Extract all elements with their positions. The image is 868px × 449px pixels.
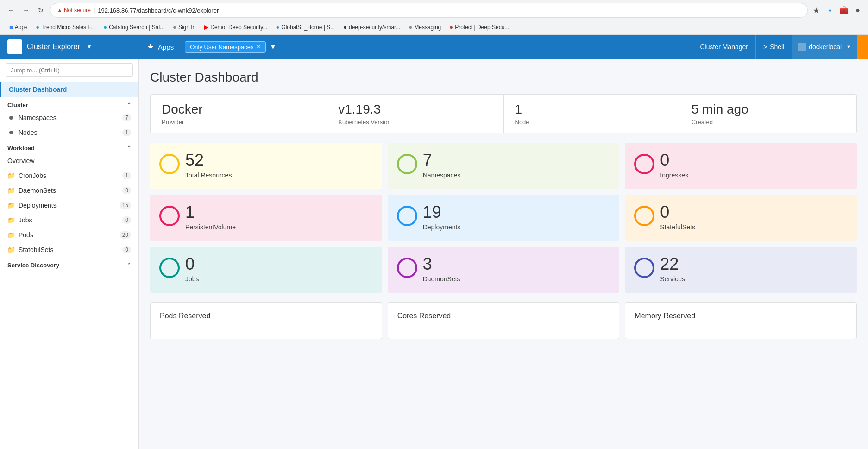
stat-circle-3 (159, 206, 180, 226)
refresh-button[interactable]: ↻ (35, 5, 46, 16)
bookmark-signin[interactable]: ● Sign In (169, 23, 199, 32)
sidebar-item-daemonsets[interactable]: 📁 DaemonSets 0 (0, 183, 138, 198)
browser-chrome: ← → ↻ ▲ Not secure | 192.168.86.77/dashb… (0, 0, 868, 35)
namespace-filter-close[interactable]: ✕ (256, 44, 261, 50)
sidebar-section-service-discovery[interactable]: Service Discovery ⌃ (0, 257, 138, 271)
sidebar-item-deployments[interactable]: 📁 Deployments 15 (0, 198, 138, 213)
stat-label-0: Total Resources (185, 171, 373, 179)
bookmark-messaging[interactable]: ● Messaging (405, 23, 445, 32)
browser-actions: ★ 🔹 🧰 ● (811, 6, 862, 15)
namespace-dropdown-icon[interactable]: ▼ (270, 43, 276, 51)
cluster-nodes: 1 Node (504, 95, 680, 133)
stat-label-6: Jobs (185, 275, 373, 283)
stat-card-ingresses[interactable]: 0 Ingresses (625, 143, 857, 189)
sidebar-item-namespaces[interactable]: Namespaces 7 (0, 110, 138, 125)
stat-circle-4 (397, 206, 417, 226)
daemonsets-icon: 📁 (7, 187, 15, 194)
stat-card-daemonsets[interactable]: 3 DaemonSets (388, 247, 620, 293)
extensions-icon[interactable]: 🧰 (839, 6, 849, 15)
bookmark-apps[interactable]: ■ Apps (6, 23, 31, 32)
sidebar-item-statefulsets[interactable]: 📁 StatefulSets 0 (0, 242, 138, 257)
stat-number-0: 52 (185, 152, 373, 169)
cluster-nodes-value: 1 (515, 102, 669, 117)
sidebar-item-overview[interactable]: Overview (0, 153, 138, 168)
bookmark-demo[interactable]: ▶ Demo: Deep Security... (200, 23, 271, 32)
stat-number-2: 0 (660, 152, 848, 169)
bookmark-globalsl[interactable]: ● GlobalSL_Home | S... (272, 23, 339, 32)
workload-section-chevron: ⌃ (127, 145, 131, 151)
bookmark-trendmicro[interactable]: ● Trend Micro Sales F... (32, 23, 99, 32)
bookmark-star-icon[interactable]: ★ (811, 6, 821, 15)
url-text: 192.168.86.77/dashboard/c/c-wnk92/explor… (98, 7, 219, 14)
cronjobs-icon: 📁 (7, 172, 15, 179)
browser-toolbar: ← → ↻ ▲ Not secure | 192.168.86.77/dashb… (0, 0, 868, 20)
stat-number-7: 3 (423, 256, 610, 272)
svg-rect-0 (11, 43, 14, 46)
nav-apps-button[interactable]: 🖶 Apps (139, 35, 181, 59)
cluster-created: 5 min ago Created (680, 95, 856, 133)
stat-number-8: 22 (660, 256, 848, 272)
shell-button[interactable]: > Shell (755, 35, 792, 59)
stat-circle-1 (397, 154, 417, 174)
stat-card-services[interactable]: 22 Services (625, 247, 857, 293)
bookmark-protect[interactable]: ● Protect | Deep Secu... (446, 23, 513, 32)
memory-reserved-card: Memory Reserved (625, 302, 857, 339)
stat-info-2: 0 Ingresses (660, 152, 848, 179)
sidebar-item-jobs[interactable]: 📁 Jobs 0 (0, 213, 138, 228)
stats-grid: 52 Total Resources 7 Namespaces 0 Ingres… (150, 143, 857, 293)
stat-info-1: 7 Namespaces (423, 152, 610, 179)
address-bar[interactable]: ▲ Not secure | 192.168.86.77/dashboard/c… (50, 3, 808, 18)
back-button[interactable]: ← (6, 5, 17, 16)
bookmark-deepsecurity[interactable]: ● deep-security/smar... (340, 23, 404, 32)
service-discovery-chevron: ⌃ (127, 262, 131, 268)
pods-reserved-title: Pods Reserved (160, 312, 372, 320)
printer-icon: 🖶 (147, 43, 154, 51)
brand-logo (7, 39, 22, 54)
bookmark-catalog[interactable]: ● Catalog Search | Sal... (100, 23, 168, 32)
sidebar-section-cluster[interactable]: Cluster ⌃ (0, 97, 138, 110)
stat-card-total-resources[interactable]: 52 Total Resources (150, 143, 382, 189)
sidebar-item-cronjobs[interactable]: 📁 CronJobs 1 (0, 168, 138, 183)
profile-icon[interactable]: 🔹 (825, 6, 835, 15)
sidebar-section-workload[interactable]: Workload ⌃ (0, 140, 138, 153)
cluster-created-value: 5 min ago (692, 102, 845, 117)
cluster-manager-button[interactable]: Cluster Manager (692, 35, 755, 59)
stat-circle-5 (634, 206, 654, 226)
cluster-nodes-label: Node (515, 119, 669, 126)
stat-card-namespaces[interactable]: 7 Namespaces (388, 143, 620, 189)
stat-circle-2 (634, 154, 654, 174)
jobs-icon: 📁 (7, 216, 15, 224)
sidebar-item-pods[interactable]: 📁 Pods 20 (0, 228, 138, 242)
cluster-icon (798, 43, 806, 51)
namespace-filter[interactable]: Only User Namespaces ✕ (185, 41, 266, 53)
cores-reserved-card: Cores Reserved (388, 302, 620, 339)
sidebar: Cluster Dashboard Cluster ⌃ Namespaces 7… (0, 59, 139, 449)
stat-card-deployments[interactable]: 19 Deployments (388, 195, 620, 241)
sidebar-search-input[interactable] (6, 63, 133, 77)
brand-section[interactable]: Cluster Explorer ▼ (0, 35, 139, 59)
not-secure-indicator: ▲ Not secure (57, 7, 91, 13)
orange-indicator (857, 35, 868, 59)
cluster-provider: Docker Provider (151, 95, 327, 133)
stat-number-1: 7 (423, 152, 610, 169)
sidebar-search-container (0, 59, 138, 82)
account-icon[interactable]: ● (853, 6, 862, 15)
top-nav: Cluster Explorer ▼ 🖶 Apps Only User Name… (0, 35, 868, 59)
cluster-section-chevron: ⌃ (127, 102, 131, 108)
page-title: Cluster Dashboard (150, 70, 857, 85)
stat-info-6: 0 Jobs (185, 256, 373, 283)
stat-card-statefulsets[interactable]: 0 StatefulSets (625, 195, 857, 241)
sidebar-item-nodes[interactable]: Nodes 1 (0, 125, 138, 140)
forward-button[interactable]: → (20, 5, 31, 16)
stat-card-jobs[interactable]: 0 Jobs (150, 247, 382, 293)
stat-card-persistentvolume[interactable]: 1 PersistentVolume (150, 195, 382, 241)
sidebar-item-cluster-dashboard[interactable]: Cluster Dashboard (0, 82, 138, 97)
cluster-name-button[interactable]: dockerlocal ▼ (792, 35, 857, 59)
stat-label-2: Ingresses (660, 171, 848, 179)
stat-number-3: 1 (185, 204, 373, 221)
bookmarks-bar: ■ Apps ● Trend Micro Sales F... ● Catalo… (0, 20, 868, 34)
svg-rect-3 (15, 47, 19, 51)
brand-name: Cluster Explorer (27, 43, 80, 51)
statefulsets-icon: 📁 (7, 246, 15, 253)
stat-number-4: 19 (423, 204, 610, 221)
